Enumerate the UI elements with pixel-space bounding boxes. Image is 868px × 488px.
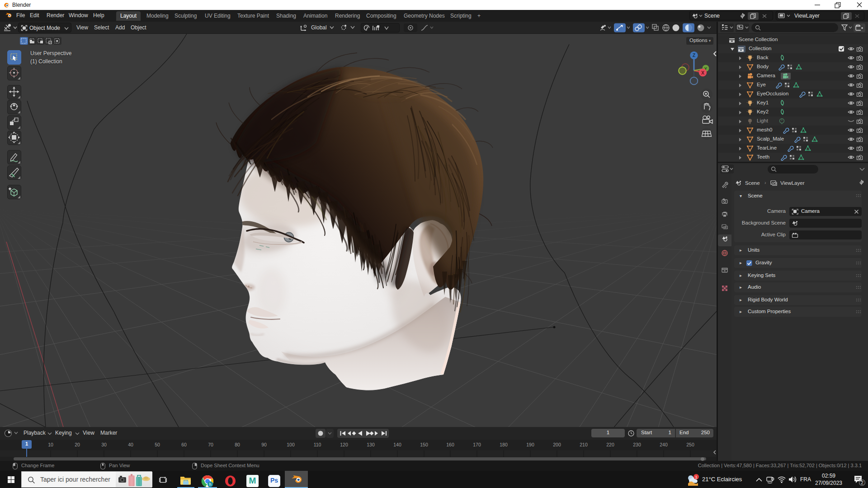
svg-text:140: 140	[393, 442, 401, 447]
svg-text:50: 50	[155, 442, 160, 447]
svg-text:210: 210	[580, 442, 588, 447]
svg-text:230: 230	[633, 442, 641, 447]
svg-text:X: X	[701, 70, 704, 75]
svg-text:160: 160	[446, 442, 454, 447]
svg-text:100: 100	[287, 442, 295, 447]
svg-text:70: 70	[208, 442, 213, 447]
svg-text:1: 1	[695, 475, 697, 479]
svg-text:30: 30	[101, 442, 107, 447]
svg-text:10: 10	[48, 442, 53, 447]
svg-text:130: 130	[367, 442, 375, 447]
svg-text:20: 20	[75, 442, 80, 447]
svg-text:200: 200	[553, 442, 561, 447]
svg-text:110: 110	[314, 442, 321, 447]
svg-text:240: 240	[660, 442, 668, 447]
svg-text:120: 120	[340, 442, 348, 447]
svg-text:60: 60	[181, 442, 187, 447]
svg-text:150: 150	[420, 442, 428, 447]
svg-text:90: 90	[261, 442, 267, 447]
svg-text:170: 170	[473, 442, 481, 447]
svg-text:Z: Z	[693, 53, 695, 58]
svg-text:250: 250	[686, 442, 694, 447]
svg-text:80: 80	[235, 442, 240, 447]
svg-text:220: 220	[606, 442, 614, 447]
svg-text:40: 40	[128, 442, 133, 447]
svg-text:190: 190	[526, 442, 534, 447]
svg-text:2: 2	[861, 480, 863, 485]
svg-text:h: h	[209, 482, 212, 487]
svg-text:180: 180	[500, 442, 508, 447]
